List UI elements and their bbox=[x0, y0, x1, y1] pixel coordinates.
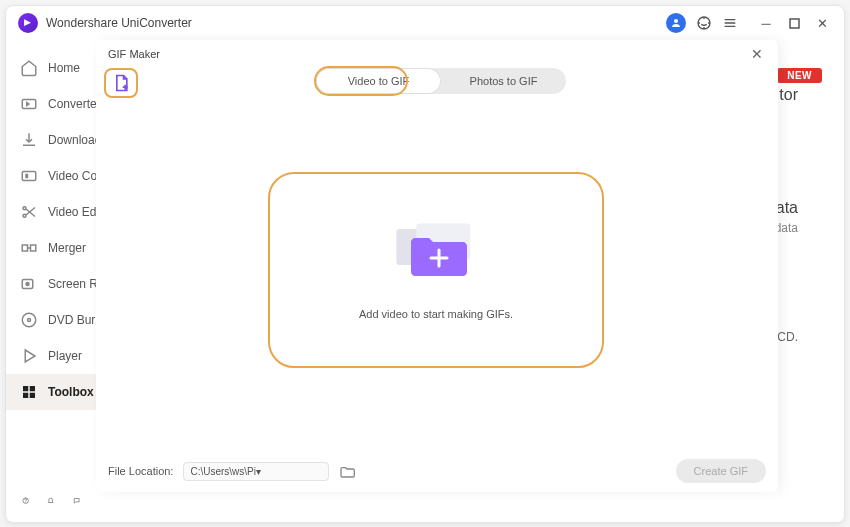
recorder-icon bbox=[20, 275, 38, 293]
dvd-icon bbox=[20, 311, 38, 329]
sidebar-item-editor[interactable]: Video Editor bbox=[6, 194, 96, 230]
svg-point-16 bbox=[26, 283, 29, 286]
add-file-button[interactable] bbox=[104, 68, 138, 98]
app-logo bbox=[18, 13, 38, 33]
close-icon[interactable]: ✕ bbox=[748, 45, 766, 63]
bg-text: tor bbox=[779, 86, 798, 104]
sidebar: Home Converter Downloader Video Compress… bbox=[6, 40, 96, 522]
sidebar-item-dvd[interactable]: DVD Burner bbox=[6, 302, 96, 338]
sidebar-item-label: DVD Burner bbox=[48, 313, 96, 327]
browse-folder-icon[interactable] bbox=[339, 464, 355, 478]
drop-zone[interactable]: Add video to start making GIFs. bbox=[268, 172, 604, 368]
sidebar-item-label: Video Compressor bbox=[48, 169, 96, 183]
sidebar-item-label: Screen Recorder bbox=[48, 277, 96, 291]
compressor-icon bbox=[20, 167, 38, 185]
merger-icon bbox=[20, 239, 38, 257]
maximize-button[interactable] bbox=[784, 13, 804, 33]
sidebar-item-recorder[interactable]: Screen Recorder bbox=[6, 266, 96, 302]
folder-plus-icon bbox=[391, 220, 481, 290]
gif-maker-modal: GIF Maker ✕ Video to GIF Photos to GIF bbox=[96, 40, 778, 492]
sidebar-item-downloader[interactable]: Downloader bbox=[6, 122, 96, 158]
download-icon bbox=[20, 131, 38, 149]
bell-icon[interactable] bbox=[47, 492, 54, 510]
create-gif-button[interactable]: Create GIF bbox=[676, 459, 766, 483]
user-avatar-icon[interactable] bbox=[666, 13, 686, 33]
svg-point-0 bbox=[674, 19, 678, 23]
svg-line-10 bbox=[26, 209, 35, 217]
new-badge: NEW bbox=[777, 68, 822, 83]
file-location-select[interactable]: C:\Users\ws\Pictures\Wonders ▾ bbox=[183, 462, 329, 481]
svg-rect-22 bbox=[30, 393, 35, 398]
drop-zone-text: Add video to start making GIFs. bbox=[359, 308, 513, 320]
sidebar-item-toolbox[interactable]: Toolbox bbox=[6, 374, 96, 410]
sidebar-item-merger[interactable]: Merger bbox=[6, 230, 96, 266]
svg-rect-20 bbox=[30, 386, 35, 391]
svg-rect-19 bbox=[23, 386, 28, 391]
sidebar-item-label: Home bbox=[48, 61, 80, 75]
file-location-value: C:\Users\ws\Pictures\Wonders bbox=[190, 466, 256, 477]
help-icon[interactable] bbox=[22, 492, 29, 510]
modal-title: GIF Maker bbox=[108, 48, 748, 60]
svg-point-17 bbox=[22, 313, 36, 327]
chat-icon[interactable] bbox=[73, 492, 80, 510]
file-location-label: File Location: bbox=[108, 465, 173, 477]
sidebar-item-label: Downloader bbox=[48, 133, 96, 147]
toolbox-icon bbox=[20, 383, 38, 401]
tab-video-to-gif[interactable]: Video to GIF bbox=[316, 68, 441, 94]
sidebar-item-label: Video Editor bbox=[48, 205, 96, 219]
support-icon[interactable] bbox=[696, 15, 712, 31]
svg-point-9 bbox=[23, 214, 26, 217]
svg-point-18 bbox=[28, 319, 31, 322]
mode-tabs: Video to GIF Photos to GIF bbox=[316, 68, 566, 94]
svg-rect-7 bbox=[22, 172, 36, 181]
scissors-icon bbox=[20, 203, 38, 221]
sidebar-item-player[interactable]: Player bbox=[6, 338, 96, 374]
add-file-icon bbox=[111, 73, 131, 93]
minimize-button[interactable]: ─ bbox=[756, 13, 776, 33]
sidebar-item-converter[interactable]: Converter bbox=[6, 86, 96, 122]
svg-rect-21 bbox=[23, 393, 28, 398]
menu-icon[interactable] bbox=[722, 15, 738, 31]
svg-line-11 bbox=[26, 208, 35, 216]
bg-text: CD. bbox=[777, 330, 798, 344]
sidebar-item-label: Toolbox bbox=[48, 385, 94, 399]
tab-photos-to-gif[interactable]: Photos to GIF bbox=[441, 68, 566, 94]
home-icon bbox=[20, 59, 38, 77]
player-icon bbox=[20, 347, 38, 365]
sidebar-item-label: Player bbox=[48, 349, 82, 363]
close-button[interactable]: ✕ bbox=[812, 13, 832, 33]
svg-rect-5 bbox=[790, 19, 799, 28]
converter-icon bbox=[20, 95, 38, 113]
sidebar-item-home[interactable]: Home bbox=[6, 50, 96, 86]
app-title: Wondershare UniConverter bbox=[46, 16, 666, 30]
chevron-down-icon: ▾ bbox=[256, 466, 322, 477]
sidebar-item-compressor[interactable]: Video Compressor bbox=[6, 158, 96, 194]
svg-rect-12 bbox=[22, 245, 27, 251]
svg-rect-13 bbox=[31, 245, 36, 251]
sidebar-item-label: Converter bbox=[48, 97, 96, 111]
sidebar-item-label: Merger bbox=[48, 241, 86, 255]
svg-point-8 bbox=[23, 207, 26, 210]
